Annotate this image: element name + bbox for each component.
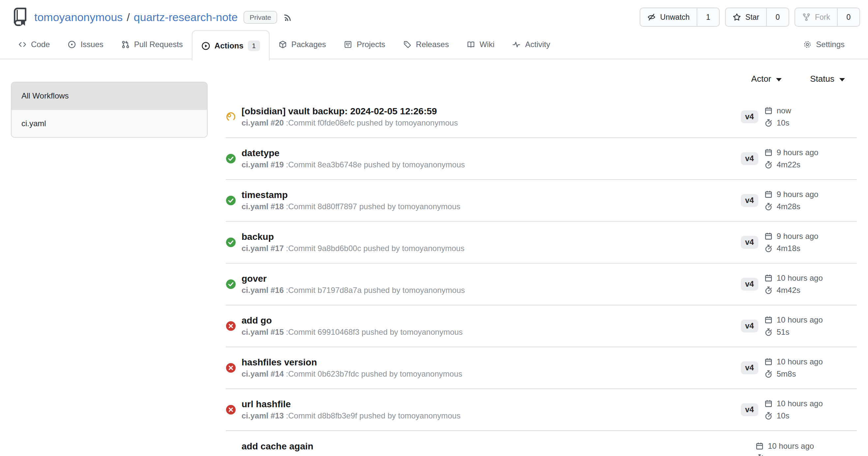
run-title-link[interactable]: timestamp <box>242 190 460 201</box>
run-duration: 5m8s <box>764 369 823 379</box>
run-start-time: 9 hours ago <box>764 232 818 241</box>
run-title-link[interactable]: hashfiles version <box>242 357 462 368</box>
tab-packages[interactable]: Packages <box>270 30 335 59</box>
unwatch-button[interactable]: Unwatch1 <box>640 8 719 27</box>
tab-projects[interactable]: Projects <box>335 30 394 59</box>
pulse-icon <box>512 40 521 49</box>
run-text: backupci.yaml #17 :Commit 9a8bd6b00c pus… <box>242 231 464 254</box>
run-meta: v410 hours ago4m42s <box>741 273 857 295</box>
chevron-down-icon <box>776 78 782 82</box>
tab-wiki[interactable]: Wiki <box>458 30 503 59</box>
issue-opened-icon <box>67 40 76 49</box>
workflow-run-row[interactable]: goverci.yaml #16 :Commit b7197d8a7a push… <box>226 264 857 305</box>
run-meta: v49 hours ago4m22s <box>741 148 857 169</box>
runner-version-badge: v4 <box>741 236 758 249</box>
tab-releases[interactable]: Releases <box>394 30 458 59</box>
star-button[interactable]: Star0 <box>725 8 789 27</box>
run-start-time: 9 hours ago <box>764 190 818 199</box>
workflow-run-row[interactable]: datetypeci.yaml #19 :Commit 8ea3b6748e p… <box>226 138 857 180</box>
tab-settings[interactable]: Settings <box>794 30 854 59</box>
run-commit-description: :Commit d8b8fb3e9f pushed by tomoyanonym… <box>286 411 461 420</box>
eye-closed-icon <box>647 13 656 22</box>
run-duration <box>755 454 814 456</box>
run-commit-description: :Commit 0b623b7fdc pushed by tomoyanonym… <box>286 369 462 378</box>
button-label: Star <box>745 13 759 22</box>
run-start-time: 9 hours ago <box>764 148 818 157</box>
workflow-run-row[interactable]: backupci.yaml #17 :Commit 9a8bd6b00c pus… <box>226 222 857 264</box>
run-title-link[interactable]: add cache again <box>242 441 313 452</box>
sidebar-item-ci-yaml[interactable]: ci.yaml <box>11 109 207 137</box>
run-meta: v49 hours ago4m18s <box>741 232 857 253</box>
fork-count[interactable]: 0 <box>837 8 860 26</box>
stopwatch-icon <box>764 202 773 211</box>
run-duration: 10s <box>764 411 823 420</box>
stopwatch-icon <box>764 119 773 127</box>
run-title-link[interactable]: gover <box>242 273 465 284</box>
actor-filter-dropdown[interactable]: Actor <box>751 74 782 84</box>
run-workflow-ref: ci.yaml #17 <box>242 244 284 253</box>
workflow-run-row[interactable]: url hashfileci.yaml #13 :Commit d8b8fb3e… <box>226 389 857 431</box>
run-start-time: now <box>764 106 791 115</box>
workflow-run-row[interactable]: hashfiles versionci.yaml #14 :Commit 0b6… <box>226 347 857 389</box>
tab-label: Actions <box>215 41 244 51</box>
run-text: timestampci.yaml #18 :Commit 8d80ff7897 … <box>242 190 460 212</box>
tab-activity[interactable]: Activity <box>503 30 559 59</box>
success-check-icon <box>226 279 236 289</box>
run-duration: 51s <box>764 327 823 337</box>
run-text: [obsidian] vault backup: 2024-02-05 12:2… <box>242 106 458 128</box>
tab-issues[interactable]: Issues <box>59 30 112 59</box>
failure-x-icon <box>226 363 236 373</box>
run-commit-description: :Commit 69910468f3 pushed by tomoyanonym… <box>286 327 463 336</box>
repo-header: tomoyanonymous / quartz-research-note Pr… <box>0 0 868 30</box>
run-commit-description: :Commit 8d80ff7897 pushed by tomoyanonym… <box>286 202 460 211</box>
star-icon <box>733 13 741 22</box>
run-title-link[interactable]: backup <box>242 231 464 242</box>
tag-icon <box>403 40 411 49</box>
runner-version-badge: v4 <box>741 361 758 374</box>
run-start-time: 10 hours ago <box>764 273 823 283</box>
gear-icon <box>803 40 812 49</box>
run-text: goverci.yaml #16 :Commit b7197d8a7a push… <box>242 273 465 296</box>
star-count[interactable]: 0 <box>766 8 788 26</box>
tab-code[interactable]: Code <box>9 30 59 59</box>
repo-owner-link[interactable]: tomoyanonymous <box>34 11 123 24</box>
fork-icon <box>802 13 811 22</box>
run-start-time: 10 hours ago <box>764 399 823 408</box>
visibility-badge: Private <box>244 11 277 24</box>
run-meta: v410 hours ago51s <box>741 315 857 337</box>
status-filter-dropdown[interactable]: Status <box>810 74 845 84</box>
workflow-run-row[interactable]: timestampci.yaml #18 :Commit 8d80ff7897 … <box>226 180 857 222</box>
run-filters: Actor Status <box>226 74 857 84</box>
tab-pull-requests[interactable]: Pull Requests <box>112 30 192 59</box>
repo-name-link[interactable]: quartz-research-note <box>134 11 238 24</box>
github-actions-page: tomoyanonymous / quartz-research-note Pr… <box>0 0 868 456</box>
run-meta: v49 hours ago4m28s <box>741 190 857 211</box>
run-workflow-ref: ci.yaml #16 <box>242 286 284 295</box>
success-check-icon <box>226 195 236 205</box>
tab-label: Activity <box>525 40 550 49</box>
tab-actions[interactable]: Actions1 <box>192 30 270 61</box>
run-title-link[interactable]: url hashfile <box>242 399 460 410</box>
run-duration: 4m18s <box>764 244 818 253</box>
fork-button[interactable]: Fork0 <box>795 8 860 27</box>
unwatch-count[interactable]: 1 <box>696 8 719 26</box>
run-title-link[interactable]: add go <box>242 315 463 326</box>
run-title-link[interactable]: [obsidian] vault backup: 2024-02-05 12:2… <box>242 106 458 117</box>
run-text: datetypeci.yaml #19 :Commit 8ea3b6748e p… <box>242 148 465 170</box>
book-icon <box>467 40 475 49</box>
run-workflow-ref: ci.yaml #18 <box>242 202 284 211</box>
workflow-run-row[interactable]: [obsidian] vault backup: 2024-02-05 12:2… <box>226 96 857 138</box>
workflow-run-row[interactable]: add cache again 10 hours ago <box>226 431 857 456</box>
rss-feed-icon[interactable] <box>283 12 293 22</box>
failure-x-icon <box>226 404 236 415</box>
runner-version-badge: v4 <box>741 194 758 206</box>
run-title-link[interactable]: datetype <box>242 148 465 159</box>
runner-version-badge: v4 <box>741 110 758 123</box>
workflow-run-row[interactable]: add goci.yaml #15 :Commit 69910468f3 pus… <box>226 305 857 347</box>
workflow-runs-column: Actor Status [obsidian] vault backup: 20… <box>226 74 857 456</box>
repo-book-icon <box>12 8 28 27</box>
chevron-down-icon <box>839 78 845 82</box>
sidebar-item-all-workflows[interactable]: All Workflows <box>11 83 207 109</box>
success-check-icon <box>226 154 236 164</box>
run-meta: v4now10s <box>741 106 857 128</box>
